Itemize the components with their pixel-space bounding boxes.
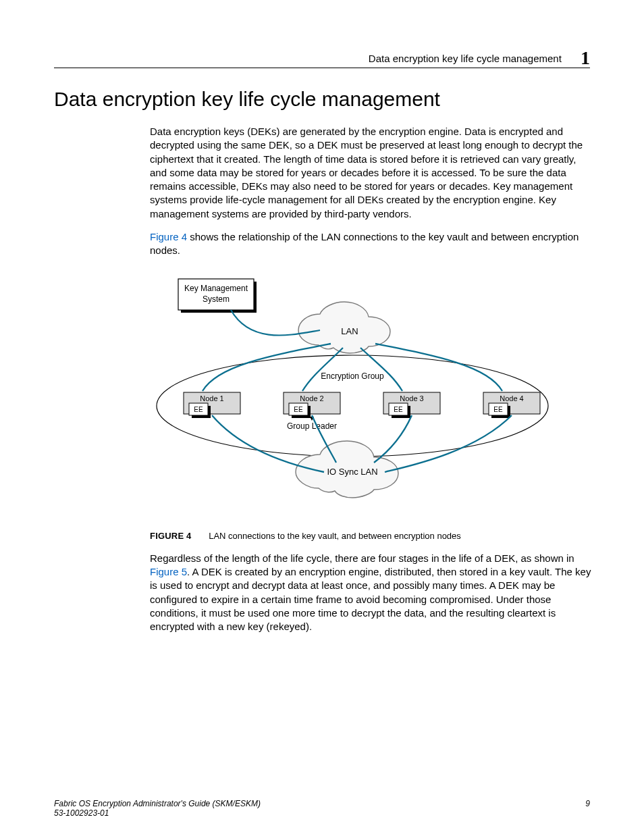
figure-4-number: FIGURE 4 [150, 531, 192, 541]
running-head: Data encryption key life cycle managemen… [0, 47, 644, 69]
paragraph-1: Data encryption keys (DEKs) are generate… [150, 125, 593, 221]
node-1: Node 1 EE [184, 392, 240, 418]
section-title: Data encryption key life cycle managemen… [54, 88, 440, 111]
svg-text:Node 3: Node 3 [400, 394, 423, 402]
paragraph-3: Regardless of the length of the life cyc… [150, 552, 593, 634]
figure-4-link[interactable]: Figure 4 [150, 231, 187, 242]
node-3: Node 3 EE [383, 392, 440, 418]
figure-4-caption-text: LAN connections to the key vault, and be… [209, 531, 461, 541]
svg-text:EE: EE [493, 406, 503, 413]
paragraph-3-lead: Regardless of the length of the life cyc… [150, 552, 574, 564]
footer-doc-number: 53-1002923-01 [54, 808, 109, 818]
svg-text:EE: EE [194, 406, 203, 413]
body-column: Data encryption keys (DEKs) are generate… [150, 125, 593, 643]
running-title: Data encryption key life cycle managemen… [369, 53, 562, 64]
figure-4-caption: FIGURE 4 LAN connections to the key vaul… [150, 530, 593, 542]
footer-doc-title: Fabric OS Encryption Administrator's Gui… [54, 799, 261, 808]
encryption-group-label: Encryption Group [321, 371, 384, 381]
svg-text:System: System [203, 294, 230, 304]
svg-text:Node 1: Node 1 [200, 394, 223, 402]
svg-text:Key Management: Key Management [184, 284, 248, 293]
node-2: Node 2 EE [284, 392, 340, 418]
header-rule [54, 68, 590, 68]
chapter-number: 1 [581, 47, 590, 69]
figure-4: Key Management System LAN Encryption Gro… [150, 271, 593, 521]
page-footer: Fabric OS Encryption Administrator's Gui… [54, 799, 590, 818]
node-4: Node 4 EE [483, 392, 540, 418]
lan-cloud: LAN [298, 302, 390, 353]
svg-text:EE: EE [294, 406, 303, 413]
nodes-row: Node 1 EE Node 2 EE [184, 392, 540, 418]
svg-text:IO Sync LAN: IO Sync LAN [327, 467, 377, 477]
svg-text:EE: EE [394, 406, 403, 413]
paragraph-2: Figure 4 shows the relationship of the L… [150, 230, 593, 258]
paragraph-2-rest: shows the relationship of the LAN connec… [150, 231, 579, 256]
figure-4-diagram: Key Management System LAN Encryption Gro… [150, 271, 568, 521]
svg-text:Node 4: Node 4 [500, 394, 523, 402]
svg-text:Node 2: Node 2 [300, 394, 323, 402]
svg-text:LAN: LAN [341, 326, 358, 336]
footer-page-number: 9 [585, 799, 590, 808]
figure-5-link[interactable]: Figure 5 [150, 566, 187, 577]
paragraph-3-rest: . A DEK is created by an encryption engi… [150, 566, 591, 632]
group-leader-label: Group Leader [287, 421, 337, 431]
kms-box: Key Management System [178, 279, 257, 313]
